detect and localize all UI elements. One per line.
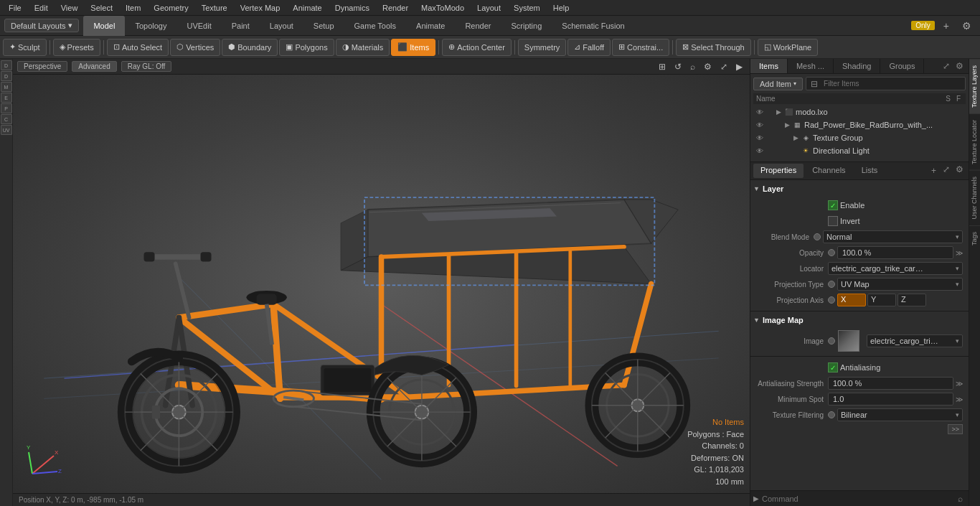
y-field[interactable]: Y xyxy=(867,294,896,306)
rp-tab-shading[interactable]: Shading xyxy=(834,59,880,73)
invert-toggle[interactable] xyxy=(828,216,838,226)
tab-scripting[interactable]: Scripting xyxy=(501,16,552,36)
left-sidebar-btn-1[interactable]: D xyxy=(1,60,12,70)
left-sidebar-btn-3[interactable]: M xyxy=(1,82,12,92)
viewport-icon-settings[interactable]: ⚙ xyxy=(701,61,715,72)
left-sidebar-btn-7[interactable]: UV xyxy=(1,125,12,135)
opacity-extend-icon[interactable]: ≫ xyxy=(956,249,963,257)
vtab-user-channels[interactable]: User Channels xyxy=(969,170,980,225)
rp-settings-icon[interactable]: ⚙ xyxy=(953,60,966,72)
rp-tab-items[interactable]: Items xyxy=(750,59,788,73)
menu-geometry[interactable]: Geometry xyxy=(148,2,194,14)
sculpt-button[interactable]: ✦ Sculpt xyxy=(3,39,47,56)
left-sidebar-btn-5[interactable]: P xyxy=(1,103,12,113)
viewport-icon-rotate[interactable]: ↺ xyxy=(672,61,684,72)
boundary-button[interactable]: ⬢ Boundary xyxy=(222,39,278,56)
vertices-button[interactable]: ⬡ Vertices xyxy=(170,39,220,56)
viewport-icon-arrow[interactable]: ▶ xyxy=(733,61,745,72)
menu-select[interactable]: Select xyxy=(85,2,118,14)
expand-mesh-icon[interactable]: ▶ xyxy=(785,121,792,128)
add-layout-button[interactable]: + xyxy=(939,20,953,32)
props-tab-lists[interactable]: Lists xyxy=(854,164,885,178)
menu-animate[interactable]: Animate xyxy=(287,2,327,14)
polygons-button[interactable]: ▣ Polygons xyxy=(279,39,334,56)
rp-tab-groups[interactable]: Groups xyxy=(880,59,924,73)
tree-item-root[interactable]: 👁 ▶ ⬛ modo.lxo xyxy=(753,106,966,118)
falloff-button[interactable]: ⊿ Falloff xyxy=(567,39,611,56)
menu-edit[interactable]: Edit xyxy=(29,2,54,14)
menu-item[interactable]: Item xyxy=(120,2,146,14)
raygl-toggle[interactable]: Ray GL: Off xyxy=(121,61,172,72)
layout-dropdown[interactable]: Default Layouts ▾ xyxy=(4,19,79,32)
antialias-extend-icon[interactable]: ≫ xyxy=(956,380,963,388)
enable-checkbox[interactable]: ✓ xyxy=(828,200,838,210)
locator-select[interactable]: electric_cargo_trike_cargo_plat... ▾ xyxy=(828,262,963,275)
min-spot-extend-icon[interactable]: ≫ xyxy=(956,395,963,403)
expand-texgrp-icon[interactable]: ▶ xyxy=(793,134,801,141)
workplane-button[interactable]: ◱ WorkPlane xyxy=(758,39,819,56)
items-header-f[interactable]: F xyxy=(954,95,963,103)
proj-type-dot[interactable] xyxy=(828,281,835,288)
expand-icon[interactable]: ▶ xyxy=(776,108,783,116)
min-spot-input[interactable] xyxy=(828,393,953,406)
settings-icon[interactable]: ⚙ xyxy=(958,20,976,32)
vtab-tags[interactable]: Tags xyxy=(969,225,980,251)
viewport-icon-expand[interactable]: ⤢ xyxy=(717,61,730,72)
tab-uvedit[interactable]: UVEdit xyxy=(176,16,221,36)
proj-axis-dot[interactable] xyxy=(828,296,835,304)
image-select[interactable]: electric_cargo_trike_ca... ▾ xyxy=(867,334,963,347)
visibility-icon-dirlight[interactable]: 👁 xyxy=(756,147,766,155)
command-search-icon[interactable]: ⌕ xyxy=(955,494,966,504)
antialias-strength-input[interactable] xyxy=(828,377,953,390)
presets-button[interactable]: ◈ Presets xyxy=(53,39,100,56)
visibility-icon-texgrp[interactable]: 👁 xyxy=(756,134,766,142)
items-button[interactable]: ⬛ Items xyxy=(391,39,435,56)
tree-item-texgrp[interactable]: 👁 ▶ ◈ Texture Group xyxy=(753,131,966,144)
tab-topology[interactable]: Topology xyxy=(125,16,176,36)
visibility-icon-mesh[interactable]: 👁 xyxy=(756,121,766,129)
x-field[interactable]: X xyxy=(837,294,866,306)
props-settings-icon[interactable]: ⚙ xyxy=(953,164,966,178)
image-dot[interactable] xyxy=(828,337,835,345)
viewport-icon-search[interactable]: ⌕ xyxy=(687,61,698,72)
rp-tab-mesh[interactable]: Mesh ... xyxy=(788,59,834,73)
opacity-dot[interactable] xyxy=(828,249,835,256)
tab-setup[interactable]: Setup xyxy=(303,16,344,36)
add-item-button[interactable]: Add Item ▾ xyxy=(753,78,803,90)
proj-type-select[interactable]: UV Map ▾ xyxy=(837,278,963,291)
menu-vertex-map[interactable]: Vertex Map xyxy=(235,2,286,14)
symmetry-button[interactable]: Symmetry xyxy=(518,39,567,56)
perspective-toggle[interactable]: Perspective xyxy=(17,61,67,72)
tab-layout[interactable]: Layout xyxy=(260,16,303,36)
left-sidebar-btn-6[interactable]: C xyxy=(1,114,12,124)
opacity-input[interactable] xyxy=(837,246,953,259)
tab-animate[interactable]: Animate xyxy=(406,16,455,36)
tab-paint[interactable]: Paint xyxy=(222,16,260,36)
advanced-toggle[interactable]: Advanced xyxy=(72,61,116,72)
menu-dynamics[interactable]: Dynamics xyxy=(329,2,375,14)
props-tab-channels[interactable]: Channels xyxy=(805,164,852,178)
tab-render[interactable]: Render xyxy=(455,16,501,36)
tab-schematic-fusion[interactable]: Schematic Fusion xyxy=(552,16,634,36)
menu-system[interactable]: System xyxy=(508,2,546,14)
tree-item-mesh[interactable]: 👁 ▶ ▦ Rad_Power_Bike_RadBurro_with_... xyxy=(753,118,966,131)
tex-filter-dot[interactable] xyxy=(828,411,835,418)
left-sidebar-btn-4[interactable]: E xyxy=(1,93,12,103)
menu-render[interactable]: Render xyxy=(377,2,414,14)
materials-button[interactable]: ◑ Materials xyxy=(336,39,390,56)
items-header-s[interactable]: S xyxy=(943,95,953,103)
vtab-texture-locator[interactable]: Texture Locator xyxy=(969,113,980,170)
props-tab-properties[interactable]: Properties xyxy=(753,164,804,178)
menu-maxtomodo[interactable]: MaxToModo xyxy=(415,2,470,14)
tex-filter-select[interactable]: Bilinear ▾ xyxy=(837,408,963,421)
image-map-toggle[interactable]: ▼ xyxy=(753,317,760,324)
left-sidebar-btn-2[interactable]: D xyxy=(1,71,12,81)
command-input[interactable] xyxy=(762,495,955,503)
extend-button[interactable]: >> xyxy=(948,424,963,434)
blend-mode-select[interactable]: Normal ▾ xyxy=(823,230,963,243)
filter-items-input[interactable] xyxy=(819,78,961,89)
menu-view[interactable]: View xyxy=(55,2,84,14)
visibility-icon[interactable]: 👁 xyxy=(756,108,766,116)
image-thumbnail[interactable] xyxy=(838,330,859,352)
viewport-icon-grid[interactable]: ⊞ xyxy=(656,61,669,72)
